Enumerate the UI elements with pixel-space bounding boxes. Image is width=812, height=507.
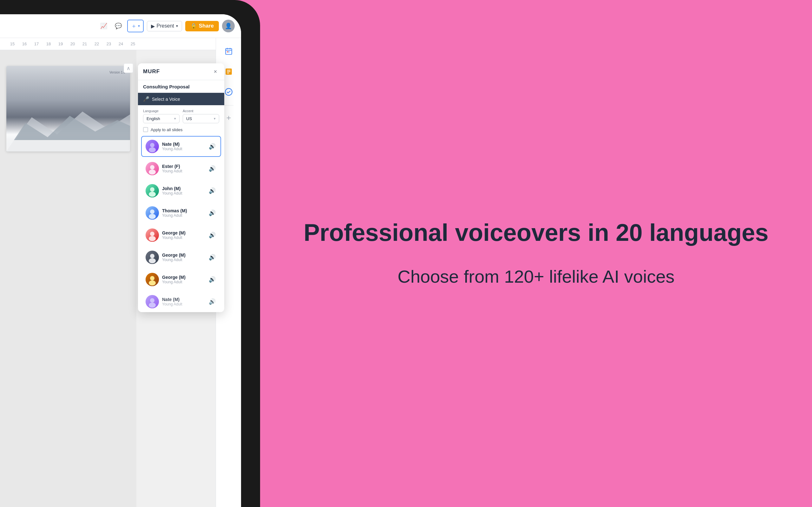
svg-point-30 (150, 254, 154, 258)
accent-chevron-icon: ▾ (214, 117, 216, 121)
ruler-mark: 21 (79, 42, 91, 46)
marketing-headline: Professional voiceovers in 20 languages (304, 219, 768, 246)
lock-icon: 🔒 (190, 23, 197, 30)
voice-play-george1[interactable]: 🔊 (208, 231, 217, 239)
select-voice-bar[interactable]: 🎤 Select a Voice (138, 93, 224, 105)
ruler-mark: 20 (67, 42, 79, 46)
ruler-mark: 22 (91, 42, 103, 46)
present-chevron-icon: ▾ (176, 24, 178, 28)
add-button[interactable]: ＋ ▾ (127, 20, 144, 32)
language-select[interactable]: English ▾ (143, 114, 180, 123)
ruler: 15 16 17 18 19 20 21 22 23 24 25 (0, 38, 241, 50)
dialog-title: Consulting Proposal (143, 84, 219, 89)
voice-avatar-nate2 (146, 295, 159, 308)
language-filter-group: Language English ▾ (143, 109, 180, 123)
plus-icon: ＋ (131, 22, 137, 30)
slide-background (6, 66, 130, 152)
comment-icon[interactable]: 💬 (113, 20, 124, 32)
svg-point-36 (150, 298, 154, 302)
voice-type-ester: Young Adult (162, 169, 205, 173)
voice-type-george1: Young Adult (162, 235, 205, 240)
user-avatar[interactable]: 👤 (222, 20, 235, 32)
marketing-subtext: Choose from 120+ lifelike AI voices (397, 265, 674, 288)
ruler-mark: 17 (31, 42, 43, 46)
filter-row: Language English ▾ Accent US ▾ (138, 105, 224, 127)
trend-icon[interactable]: 📈 (98, 20, 109, 32)
sidebar-add-icon[interactable]: ＋ (223, 112, 235, 123)
microphone-icon: 🎤 (143, 96, 149, 102)
voice-info-george2: George (M) Young Adult (162, 252, 205, 262)
svg-point-16 (149, 147, 156, 153)
voice-name-thomas: Thomas (M) (162, 208, 205, 213)
voice-info-george3: George (M) Young Adult (162, 275, 205, 284)
calendar-icon[interactable] (222, 44, 236, 58)
voice-avatar-george1 (146, 228, 159, 242)
voice-item-george1[interactable]: George (M) Young Adult 🔊 (141, 225, 221, 245)
voice-play-ester[interactable]: 🔊 (208, 164, 217, 173)
present-icon: ▶ (151, 23, 155, 29)
chevron-up-icon: ∧ (126, 65, 131, 71)
version-label: Version 1.0 (109, 71, 125, 74)
voice-item-ester[interactable]: Ester (F) Young Adult 🔊 (141, 158, 221, 179)
voice-item-john[interactable]: John (M) Young Adult 🔊 (141, 180, 221, 201)
svg-point-24 (150, 210, 154, 214)
voice-type-george3: Young Adult (162, 280, 205, 284)
mountain-svg (6, 100, 130, 152)
voice-play-nate[interactable]: 🔊 (208, 142, 217, 151)
add-chevron-icon: ▾ (138, 24, 140, 28)
voice-item-george3[interactable]: George (M) Young Adult 🔊 (141, 269, 221, 290)
present-button[interactable]: ▶ Present ▾ (147, 21, 182, 32)
svg-point-31 (149, 258, 156, 263)
voice-item-thomas[interactable]: Thomas (M) Young Adult 🔊 (141, 203, 221, 223)
voice-avatar-john (146, 184, 159, 198)
murf-logo: MURF (143, 68, 160, 75)
dialog-close-button[interactable]: × (212, 68, 219, 75)
voice-info-george1: George (M) Young Adult (162, 230, 205, 240)
voice-list: Nate (M) Young Adult 🔊 Ester (F) Young A… (138, 136, 224, 312)
apply-all-label: Apply to all slides (151, 127, 183, 132)
svg-rect-8 (228, 51, 229, 52)
voice-name-john: John (M) (162, 186, 205, 191)
voice-type-thomas: Young Adult (162, 213, 205, 218)
sidebar-divider (224, 105, 234, 106)
voice-play-thomas[interactable]: 🔊 (208, 209, 217, 217)
accent-label: Accent (183, 109, 219, 113)
murf-dialog: MURF × Consulting Proposal 🎤 Select a Vo… (138, 63, 224, 312)
voice-name-ester: Ester (F) (162, 164, 205, 169)
share-button[interactable]: 🔒 Share (185, 21, 219, 32)
laptop-screen: 📈 💬 ＋ ▾ ▶ Present ▾ 🔒 Share 👤 (0, 14, 241, 507)
svg-point-18 (150, 165, 154, 170)
marketing-panel: Professional voiceovers in 20 languages … (260, 0, 812, 507)
voice-info-nate: Nate (M) Young Adult (162, 142, 205, 151)
voice-name-nate: Nate (M) (162, 142, 205, 147)
apply-all-checkbox[interactable] (143, 127, 148, 132)
accent-select[interactable]: US ▾ (183, 114, 219, 123)
apply-all-row: Apply to all slides (138, 127, 224, 136)
voice-play-george2[interactable]: 🔊 (208, 253, 217, 262)
voice-item-george2[interactable]: George (M) Young Adult 🔊 (141, 247, 221, 268)
language-label: Language (143, 109, 180, 113)
voice-info-thomas: Thomas (M) Young Adult (162, 208, 205, 218)
voice-play-john[interactable]: 🔊 (208, 186, 217, 195)
ruler-mark: 24 (115, 42, 127, 46)
ruler-mark: 23 (103, 42, 115, 46)
slide-area: Version 1.0 (0, 50, 136, 507)
language-chevron-icon: ▾ (174, 117, 176, 121)
svg-point-33 (150, 276, 154, 280)
svg-point-34 (149, 280, 156, 285)
svg-rect-7 (227, 51, 228, 52)
voice-avatar-george2 (146, 250, 159, 264)
dialog-title-row: Consulting Proposal (138, 80, 224, 93)
app-mockup: 📈 💬 ＋ ▾ ▶ Present ▾ 🔒 Share 👤 (0, 0, 260, 507)
voice-play-nate2[interactable]: 🔊 (208, 297, 217, 306)
sidebar-toggle-button[interactable]: ∧ (124, 63, 133, 73)
voice-play-george3[interactable]: 🔊 (208, 275, 217, 284)
svg-point-27 (150, 232, 154, 236)
svg-point-15 (150, 143, 154, 147)
voice-info-ester: Ester (F) Young Adult (162, 164, 205, 173)
ruler-mark: 25 (127, 42, 139, 46)
voice-avatar-nate (146, 140, 159, 153)
voice-item-nate[interactable]: Nate (M) Young Adult 🔊 (141, 136, 221, 157)
voice-info-nate2: Nate (M) Young Adult (162, 297, 205, 306)
voice-item-nate2[interactable]: Nate (M) Young Adult 🔊 (141, 291, 221, 312)
